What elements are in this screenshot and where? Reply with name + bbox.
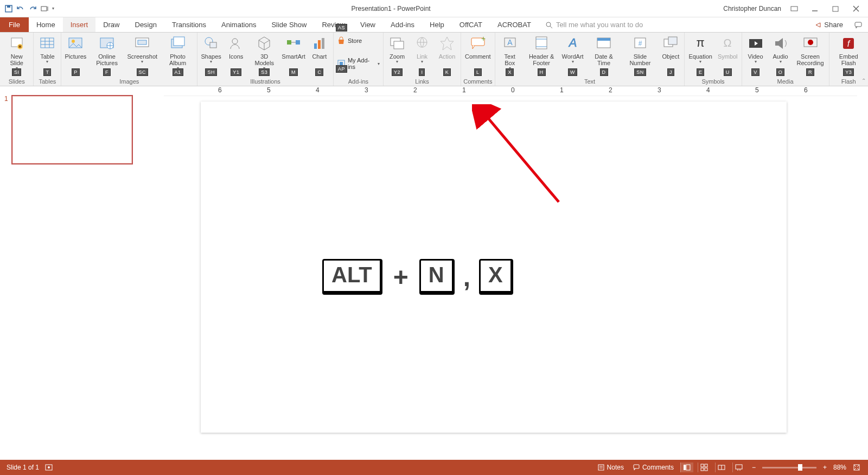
comma-sign: , bbox=[463, 262, 470, 292]
tab-addins[interactable]: Add-ins bbox=[383, 17, 422, 32]
link-label: Link bbox=[417, 53, 427, 60]
ribbon-display-options-icon[interactable] bbox=[787, 3, 802, 14]
pictures-button[interactable]: PicturesP bbox=[63, 34, 87, 74]
feedback-icon[interactable] bbox=[848, 17, 868, 32]
audio-button[interactable]: AudioO bbox=[769, 34, 792, 74]
table-button[interactable]: Table T bbox=[36, 34, 59, 74]
group-label-media: Media bbox=[777, 78, 794, 86]
store-button[interactable]: Store AS bbox=[336, 36, 381, 46]
comment-button[interactable]: +CommentL bbox=[463, 34, 493, 74]
slidenumber-button[interactable]: #Slide NumberSN bbox=[623, 34, 658, 74]
zoom-slider[interactable] bbox=[762, 467, 816, 468]
tab-slideshow[interactable]: Slide Show bbox=[264, 17, 314, 32]
wordart-button[interactable]: AWordArtW bbox=[561, 34, 585, 74]
tab-home[interactable]: Home bbox=[29, 17, 63, 32]
video-button[interactable]: VideoV bbox=[744, 34, 767, 74]
workspace: 1 3 2 1 0 1 2 3 6 5 4 3 2 1 0 1 2 3 4 5 … bbox=[0, 86, 868, 460]
equation-button[interactable]: πEquationE bbox=[687, 34, 713, 74]
zoom-level[interactable]: 88% bbox=[833, 464, 846, 471]
normal-view-icon[interactable] bbox=[680, 463, 693, 472]
group-images: PicturesP Online PicturesF ScreenshotSC … bbox=[61, 33, 197, 86]
minimize-icon[interactable] bbox=[807, 3, 822, 14]
tab-offcat[interactable]: OffCAT bbox=[452, 17, 490, 32]
collapse-ribbon-icon[interactable]: ⌃ bbox=[861, 78, 866, 84]
start-from-beginning-icon[interactable] bbox=[40, 4, 49, 13]
embed-flash-button[interactable]: fEmbed FlashY3 bbox=[832, 34, 866, 74]
datetime-button[interactable]: Date & TimeD bbox=[587, 34, 621, 74]
tab-help[interactable]: Help bbox=[422, 17, 452, 32]
shapes-button[interactable]: ShapesSH bbox=[200, 34, 222, 74]
maximize-icon[interactable] bbox=[828, 3, 843, 14]
slide-canvas[interactable]: ALT + N , X bbox=[201, 102, 787, 433]
slide-editor[interactable]: 6 5 4 3 2 1 0 1 2 3 4 5 6 ALT + N bbox=[146, 86, 868, 460]
zoom-out-button[interactable]: − bbox=[750, 464, 758, 471]
undo-icon[interactable] bbox=[16, 4, 25, 13]
photo-album-button[interactable]: Photo AlbumA1 bbox=[161, 34, 195, 74]
accessibility-icon[interactable] bbox=[44, 463, 53, 472]
keytip: R bbox=[806, 68, 814, 76]
symbol-button: ΩSymbolU bbox=[716, 34, 739, 74]
redo-icon[interactable] bbox=[28, 4, 37, 13]
tab-draw[interactable]: Draw bbox=[95, 17, 127, 32]
zoom-in-button[interactable]: + bbox=[821, 464, 829, 471]
svg-rect-5 bbox=[833, 7, 838, 11]
slide-thumbnail-1[interactable] bbox=[11, 95, 133, 164]
screenrecording-label: Screen Recording bbox=[796, 53, 825, 66]
slide-thumbnail-panel[interactable]: 1 bbox=[0, 86, 146, 460]
screenshot-icon bbox=[133, 35, 151, 52]
tell-me-input[interactable]: Tell me what you want to do bbox=[556, 21, 643, 29]
tab-view[interactable]: View bbox=[353, 17, 383, 32]
keycap-x: X bbox=[479, 259, 513, 295]
ribbon: ✱ New Slide SI Slides Table T Tables Pic… bbox=[0, 33, 868, 86]
share-button[interactable]: Share bbox=[809, 17, 848, 32]
thumb-number: 1 bbox=[4, 95, 8, 103]
svg-rect-10 bbox=[855, 22, 861, 27]
new-slide-button[interactable]: ✱ New Slide SI bbox=[2, 34, 31, 74]
screenrecording-button[interactable]: Screen RecordingR bbox=[794, 34, 827, 74]
screenshot-button[interactable]: ScreenshotSC bbox=[126, 34, 158, 74]
fit-to-window-icon[interactable] bbox=[851, 464, 863, 471]
reading-view-icon[interactable] bbox=[715, 463, 728, 472]
chart-button[interactable]: ChartC bbox=[308, 34, 331, 74]
3d-models-button[interactable]: 3D ModelsS3 bbox=[250, 34, 279, 74]
online-pictures-button[interactable]: Online PicturesF bbox=[90, 34, 124, 74]
my-addins-button[interactable]: My Add-ins ▾ AP bbox=[336, 56, 381, 71]
svg-point-20 bbox=[72, 40, 75, 43]
tab-acrobat[interactable]: ACROBAT bbox=[490, 17, 539, 32]
header-footer-label: Header & Footer bbox=[526, 53, 557, 66]
comments-button[interactable]: Comments bbox=[630, 464, 676, 471]
zoom-button[interactable]: ZoomY2 bbox=[386, 34, 409, 74]
tab-insert[interactable]: Insert bbox=[63, 17, 96, 32]
tab-transitions[interactable]: Transitions bbox=[164, 17, 214, 32]
slidesorter-view-icon[interactable] bbox=[698, 463, 711, 472]
close-icon[interactable] bbox=[848, 3, 864, 14]
tab-animations[interactable]: Animations bbox=[214, 17, 264, 32]
slideshow-view-icon[interactable] bbox=[732, 463, 745, 472]
slide-content: ALT + N , X bbox=[320, 259, 515, 295]
user-name[interactable]: Christopher Duncan bbox=[723, 5, 781, 12]
slide-indicator[interactable]: Slide 1 of 1 bbox=[7, 464, 39, 471]
my-addins-label: My Add-ins bbox=[348, 57, 375, 70]
store-icon bbox=[337, 36, 346, 45]
svg-text:+: + bbox=[481, 35, 486, 43]
svg-text:#: # bbox=[639, 40, 642, 47]
screenrecording-icon bbox=[802, 35, 819, 52]
plus-sign: + bbox=[393, 262, 409, 292]
icons-label: Icons bbox=[229, 53, 243, 60]
object-button[interactable]: ObjectJ bbox=[659, 34, 682, 74]
object-label: Object bbox=[662, 53, 680, 60]
header-footer-button[interactable]: Header & FooterH bbox=[525, 34, 559, 74]
textbox-button[interactable]: AText BoxX bbox=[497, 34, 522, 74]
icons-button[interactable]: IconsY1 bbox=[225, 34, 247, 74]
ruler-h-num: 4 bbox=[316, 86, 320, 94]
slidenumber-label: Slide Number bbox=[625, 53, 656, 66]
keytip: J bbox=[667, 68, 674, 76]
smartart-button[interactable]: SmartArtM bbox=[281, 34, 306, 74]
chart-icon bbox=[311, 35, 328, 52]
notes-button[interactable]: Notes bbox=[595, 464, 626, 471]
embed-flash-label: Embed Flash bbox=[833, 53, 864, 66]
tab-design[interactable]: Design bbox=[127, 17, 164, 32]
qat-customize[interactable]: ▾ bbox=[52, 6, 54, 11]
tab-file[interactable]: File bbox=[0, 17, 29, 32]
save-icon[interactable] bbox=[4, 4, 13, 13]
